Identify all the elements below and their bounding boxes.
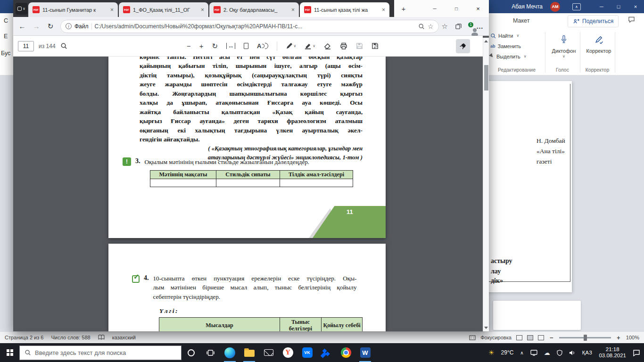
replace-button[interactable]: ab Заменить xyxy=(490,42,527,50)
page-info-icon[interactable]: i xyxy=(66,23,72,29)
save-as-icon[interactable] xyxy=(372,42,379,49)
new-tab-button[interactable]: + xyxy=(399,4,408,13)
add-favorite-star-icon[interactable]: ☆ xyxy=(428,23,434,30)
scroll-down-arrow[interactable] xyxy=(484,327,488,329)
volume-icon[interactable] xyxy=(569,350,576,356)
proofing-icon[interactable] xyxy=(98,335,105,340)
security-shield-icon[interactable] xyxy=(557,350,562,356)
reload-button[interactable]: ↻ xyxy=(43,19,58,33)
select-button[interactable]: Выделить ∨ xyxy=(490,52,527,60)
status-word-count[interactable]: Число слов: 588 xyxy=(51,335,90,340)
sample-label: Үлгі: xyxy=(159,307,179,315)
zoom-in-button[interactable]: + xyxy=(616,334,621,341)
browser-maximize-button[interactable]: □ xyxy=(446,0,467,17)
zoom-out-icon[interactable]: − xyxy=(187,42,191,50)
browser-tab-1[interactable]: PDF 11-сынып Гуманитар к × xyxy=(28,2,118,17)
collections-icon[interactable] xyxy=(455,23,462,30)
settings-menu-icon[interactable]: … xyxy=(476,22,483,30)
browser-close-button[interactable]: × xyxy=(467,0,489,17)
focus-label[interactable]: Фокусировка xyxy=(480,335,512,340)
hidden-icons-chevron[interactable]: ∧ xyxy=(520,350,523,355)
comments-icon[interactable] xyxy=(628,16,635,25)
onedrive-cloud-icon[interactable]: ☁ xyxy=(544,349,550,356)
browser-minimize-button[interactable]: ─ xyxy=(424,0,446,17)
zoom-slider[interactable] xyxy=(559,337,611,338)
zoom-out-button[interactable]: − xyxy=(549,334,554,341)
monitor-icon[interactable] xyxy=(530,350,537,356)
zoom-indicator-icon[interactable] xyxy=(418,23,425,30)
scroll-up-arrow[interactable] xyxy=(484,40,488,42)
punctuation-table: Мысалдар Тыныс белгілері Қойылу себебі xyxy=(159,317,363,331)
print-icon[interactable] xyxy=(340,42,347,50)
taskbar-edge[interactable] xyxy=(220,343,239,362)
status-page-count[interactable]: Страница 2 из 6 xyxy=(5,335,43,340)
start-button[interactable] xyxy=(0,343,19,362)
tab-close-icon[interactable]: × xyxy=(201,7,204,13)
page-number-input[interactable] xyxy=(18,41,34,51)
weather-sun-icon[interactable]: ☀ xyxy=(488,349,495,356)
word-restore-button[interactable]: □ xyxy=(610,0,627,13)
browser-tab-4-active[interactable]: PDF 11-сынып қазақ тілі жа × xyxy=(300,2,389,17)
dictate-button[interactable]: Диктофон ∨ xyxy=(549,30,579,58)
taskbar-search[interactable] xyxy=(19,346,182,360)
eraser-icon[interactable] xyxy=(324,42,331,50)
pdf-viewport[interactable]: көрініс тапты. Негізгі асы ет пен сүт бо… xyxy=(13,57,483,331)
scrollbar-thumb[interactable] xyxy=(484,65,488,90)
cortana-button[interactable] xyxy=(182,343,201,362)
read-mode-view-icon[interactable] xyxy=(516,335,522,340)
taskbar-yandex[interactable]: Y xyxy=(278,343,297,362)
draw-pen-icon[interactable]: ∨ xyxy=(286,42,297,49)
browser-tab-3[interactable]: PDF 2. Оқу бағдарламасы_ × xyxy=(209,2,299,17)
taskbar-file-explorer[interactable] xyxy=(239,343,259,362)
ribbon-tab-layout[interactable]: Макет xyxy=(513,17,529,24)
word-close-button[interactable]: × xyxy=(627,0,644,13)
browser-tab-2[interactable]: PDF 1_ФО_Қазақ тілі_11_ОГ × xyxy=(119,2,208,17)
find-button[interactable]: Найти ∨ xyxy=(490,32,527,40)
fit-to-width-icon[interactable]: ↔ xyxy=(226,43,235,49)
word-account-name[interactable]: Абая Мечта xyxy=(512,3,543,10)
keyboard-language[interactable]: ҚАЗ xyxy=(582,350,593,355)
action-center-icon[interactable] xyxy=(633,349,640,356)
word-avatar[interactable]: АМ xyxy=(550,2,560,12)
taskbar-mail[interactable] xyxy=(259,343,278,362)
taskbar-vk[interactable]: VK xyxy=(297,343,317,362)
read-aloud-icon[interactable]: A xyxy=(257,42,268,49)
search-input[interactable] xyxy=(35,349,176,356)
taskbar-dropbox[interactable] xyxy=(317,343,336,362)
zoom-in-icon[interactable]: + xyxy=(199,42,204,50)
web-layout-view-icon[interactable] xyxy=(538,335,544,340)
editor-button[interactable]: Корректор xyxy=(584,30,614,54)
save-icon[interactable] xyxy=(356,42,363,49)
url-text[interactable]: C:/Users/admin/Documents/Новый%20формат/… xyxy=(95,23,415,30)
tab-actions-button[interactable]: ∨ xyxy=(16,3,27,15)
status-language[interactable]: казахский xyxy=(112,335,136,340)
tab-close-icon[interactable]: × xyxy=(382,7,385,13)
zoom-slider-thumb[interactable] xyxy=(584,335,587,341)
taskbar-clock[interactable]: 21:18 03.08.2021 xyxy=(599,346,626,359)
zoom-level[interactable]: 100% xyxy=(626,335,639,340)
taskbar-word[interactable]: W xyxy=(355,343,375,362)
ribbon-display-options-icon[interactable]: ∧ xyxy=(572,3,581,10)
ribbon-separator xyxy=(615,32,615,73)
tab-close-icon[interactable]: × xyxy=(291,7,295,13)
forward-button[interactable]: → xyxy=(29,19,43,33)
pdf-scrollbar[interactable] xyxy=(483,38,489,331)
word-minimize-button[interactable]: ─ xyxy=(593,0,610,13)
taskbar-chrome[interactable] xyxy=(336,343,355,362)
task-view-button[interactable] xyxy=(201,343,220,362)
tab-close-icon[interactable]: × xyxy=(110,7,114,13)
page-view-icon[interactable] xyxy=(244,43,248,49)
focus-icon[interactable] xyxy=(469,335,476,340)
favorites-star-icon[interactable]: ☆ xyxy=(442,22,448,31)
table-header-cell: Мәтіннің мақсаты xyxy=(150,171,216,179)
highlighter-icon[interactable]: ∨ xyxy=(305,42,315,49)
toolbar-pin-toggle[interactable] xyxy=(456,39,470,53)
share-button[interactable]: Поделиться xyxy=(568,15,619,27)
doc-text-fragment: лау xyxy=(491,268,501,275)
pdf-search-icon[interactable] xyxy=(60,42,67,49)
weather-temperature[interactable]: 29°C xyxy=(501,349,514,356)
print-layout-view-icon[interactable] xyxy=(527,335,533,340)
address-bar[interactable]: i Файл C:/Users/admin/Documents/Новый%20… xyxy=(60,20,439,33)
rotate-icon[interactable]: ↻ xyxy=(212,42,218,50)
back-button[interactable]: ← xyxy=(15,19,29,33)
